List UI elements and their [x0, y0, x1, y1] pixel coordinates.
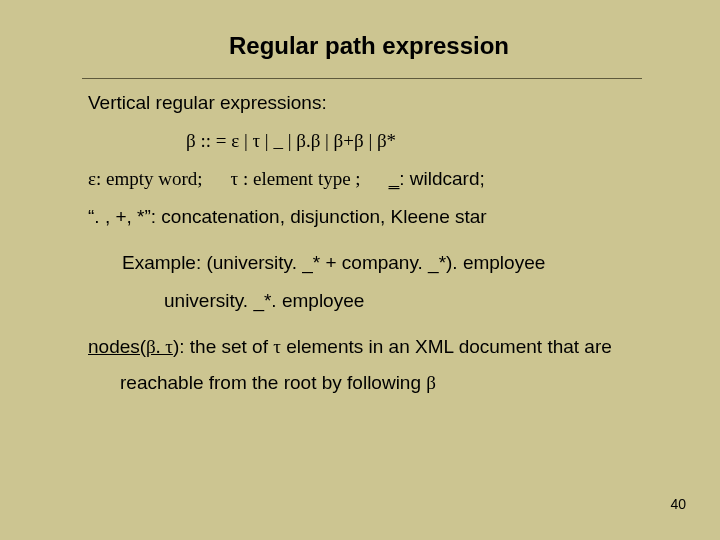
example-line: Example: (university. _* + company. _*).…	[88, 253, 670, 273]
slide-body: Vertical regular expressions: β :: = ε |…	[88, 93, 670, 393]
def-tau: τ : element type ;	[231, 169, 361, 189]
def-epsilon: ε: empty word;	[88, 169, 203, 189]
operators-line: “. , +, *”: concatenation, disjunction, …	[88, 207, 670, 227]
symbol-definitions: ε: empty word; τ : element type ; _: wil…	[88, 169, 670, 189]
def-wildcard: _: wildcard;	[389, 169, 485, 189]
page-number: 40	[670, 496, 686, 512]
nodes-line-2: reachable from the root by following β	[88, 373, 670, 393]
intro-line: Vertical regular expressions:	[88, 93, 670, 113]
grammar-line: β :: = ε | τ | _ | β.β | β+β | β*	[88, 131, 670, 151]
divider	[82, 78, 642, 79]
nodes-line-1: nodes(β. τ): the set of τ elements in an…	[88, 337, 670, 357]
slide-title: Regular path expression	[68, 32, 670, 60]
example-sub-line: university. _*. employee	[88, 291, 670, 311]
